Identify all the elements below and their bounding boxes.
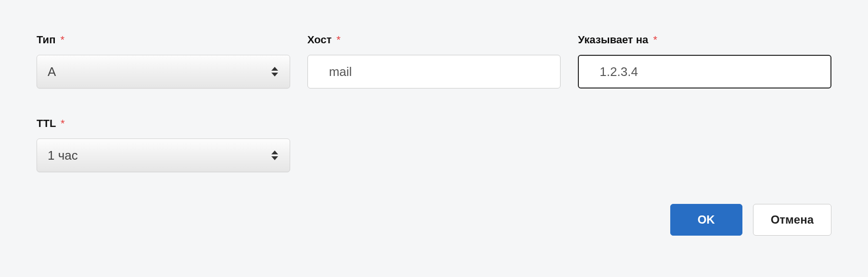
host-label-text: Хост [307,34,332,46]
ttl-field: TTL * 1 час [37,117,290,172]
button-row: OK Отмена [670,204,831,236]
type-select[interactable]: A [37,55,290,88]
cancel-button[interactable]: Отмена [753,204,831,236]
required-asterisk: * [336,34,341,46]
required-asterisk: * [653,34,657,46]
ok-button[interactable]: OK [670,204,742,236]
points-to-input[interactable] [578,55,831,88]
host-field: Хост * [307,34,561,88]
type-select-value: A [48,64,56,79]
points-to-label-text: Указывает на [578,34,648,46]
updown-caret-icon [271,67,278,76]
required-asterisk: * [61,34,65,46]
type-label: Тип * [37,34,290,46]
ttl-select[interactable]: 1 час [37,138,290,172]
spacer [307,117,561,172]
host-input[interactable] [307,55,561,88]
ttl-select-value: 1 час [48,148,78,163]
host-label: Хост * [307,34,561,46]
required-asterisk: * [61,117,65,129]
type-label-text: Тип [37,34,55,46]
updown-caret-icon [271,151,278,160]
ttl-label-text: TTL [37,117,56,129]
points-to-field: Указывает на * [578,34,831,88]
dns-record-form: Тип * A Хост * Указывает на * TTL * [37,34,831,172]
points-to-label: Указывает на * [578,34,831,46]
ttl-label: TTL * [37,117,290,130]
spacer [578,117,831,172]
type-field: Тип * A [37,34,290,88]
